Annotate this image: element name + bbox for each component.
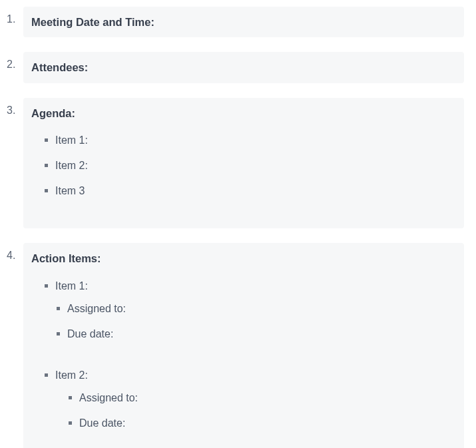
assigned-to-label: Assigned to: bbox=[79, 392, 138, 403]
section-action-items: Action Items: Item 1: Assigned to: Due d… bbox=[7, 243, 464, 448]
agenda-item-text: Item 1: bbox=[55, 134, 88, 146]
due-date: Due date: bbox=[71, 415, 456, 431]
action-item-title: Item 2: bbox=[55, 369, 88, 381]
due-date-label: Due date: bbox=[67, 328, 113, 339]
attendees-label: Attendees: bbox=[31, 59, 456, 76]
meeting-date-label: Meeting Date and Time: bbox=[31, 13, 456, 31]
assigned-to: Assigned to: bbox=[71, 390, 456, 406]
block-attendees: Attendees: bbox=[23, 52, 464, 83]
assigned-to: Assigned to: bbox=[59, 301, 456, 317]
due-date: Due date: bbox=[59, 326, 456, 342]
agenda-label: Agenda: bbox=[31, 105, 456, 122]
block-meeting-date: Meeting Date and Time: bbox=[23, 7, 464, 37]
section-attendees: Attendees: bbox=[7, 52, 464, 83]
agenda-item: Item 3 bbox=[47, 183, 456, 199]
action-item: Item 2: Assigned to: Due date: bbox=[47, 367, 456, 447]
agenda-item-text: Item 3 bbox=[55, 185, 85, 196]
agenda-item: Item 2: bbox=[47, 158, 456, 174]
section-meeting-date: Meeting Date and Time: bbox=[7, 7, 464, 37]
action-item-details: Assigned to: Due date: bbox=[55, 390, 456, 447]
agenda-item: Item 1: bbox=[47, 132, 456, 148]
action-item-details: Assigned to: Due date: bbox=[55, 301, 456, 358]
meeting-template-list: Meeting Date and Time: Attendees: Agenda… bbox=[7, 7, 464, 448]
assigned-to-label: Assigned to: bbox=[67, 303, 126, 314]
agenda-items-list: Item 1: Item 2: Item 3 bbox=[31, 132, 456, 222]
action-items-label: Action Items: bbox=[31, 250, 456, 267]
due-date-label: Due date: bbox=[79, 417, 125, 429]
action-item-title: Item 1: bbox=[55, 280, 88, 292]
action-items-list: Item 1: Assigned to: Due date: Item 2: A… bbox=[31, 278, 456, 448]
action-item: Item 1: Assigned to: Due date: bbox=[47, 278, 456, 358]
agenda-item-text: Item 2: bbox=[55, 160, 88, 171]
block-action-items: Action Items: Item 1: Assigned to: Due d… bbox=[23, 243, 464, 448]
section-agenda: Agenda: Item 1: Item 2: Item 3 bbox=[7, 98, 464, 228]
block-agenda: Agenda: Item 1: Item 2: Item 3 bbox=[23, 98, 464, 228]
